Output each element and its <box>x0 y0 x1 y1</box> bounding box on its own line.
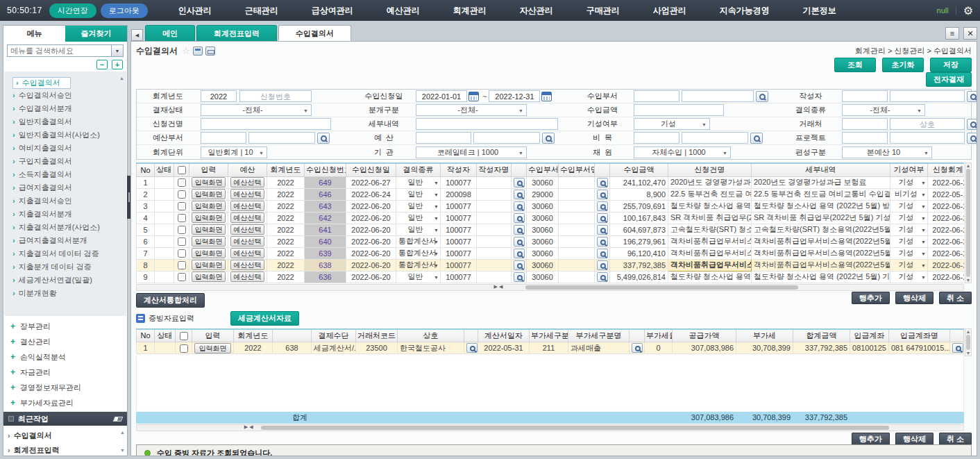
search-icon[interactable] <box>967 91 977 102</box>
income-row[interactable]: 5 입력화면 예산선택 2022 641 2022-06-20 일반▼ 1000… <box>137 224 965 235</box>
row-checkbox[interactable] <box>180 344 188 353</box>
favorite-star-icon[interactable]: ☆ <box>182 46 190 56</box>
income-row[interactable]: 1 입력화면 예산선택 2022 649 2022-06-27 일반▼ 1000… <box>137 176 965 188</box>
input-screen-button[interactable]: 입력화면 <box>192 177 226 187</box>
journal-type-select[interactable]: -전체-▼ <box>416 104 527 116</box>
budget-dept-code-input[interactable] <box>201 132 246 144</box>
menu-tree-item[interactable]: ›세금계산서연결(일괄) <box>12 274 117 287</box>
menu-group-item[interactable]: +손익실적분석 <box>10 349 127 365</box>
menu-group-item[interactable]: +자금관리 <box>10 365 127 380</box>
cell-type-dropdown[interactable]: 일반▼ <box>396 188 441 200</box>
row-checkbox[interactable] <box>178 237 186 246</box>
menu-group-item[interactable]: +장부관리 <box>10 319 127 334</box>
top-menu-item[interactable]: 급상여관리 <box>312 5 353 17</box>
income-row[interactable]: 6 입력화면 예산선택 2022 640 2022-06-20 통합계산서▼ 1… <box>137 235 965 247</box>
budget-select-button[interactable]: 예산선택 <box>230 224 264 235</box>
income-row[interactable]: 2 입력화면 예산선택 2022 646 2022-06-24 일반▼ 2000… <box>137 188 965 200</box>
income-dept-name-input[interactable] <box>682 90 754 102</box>
window-icon[interactable] <box>193 47 203 56</box>
tree-collapse-all-button[interactable]: − <box>96 60 108 69</box>
recent-scroll-down-icon[interactable]: ▼ <box>120 448 125 453</box>
search-icon[interactable] <box>542 133 555 144</box>
menu-group-item[interactable]: +결산관리 <box>10 334 127 349</box>
search-icon[interactable] <box>514 201 525 211</box>
budget-code-input[interactable] <box>416 132 471 144</box>
cell-type-dropdown[interactable]: 일반▼ <box>396 200 441 212</box>
cell-req-no[interactable]: 641 <box>305 224 346 235</box>
date-from-input[interactable] <box>416 90 467 102</box>
expense-item-code-input[interactable] <box>634 132 679 144</box>
cancel-button[interactable]: 취 소 <box>939 292 972 304</box>
date-to-input[interactable] <box>489 90 540 102</box>
budget-select-button[interactable]: 예산선택 <box>230 236 264 247</box>
top-menu-item[interactable]: 구매관리 <box>586 5 620 17</box>
menu-tree-item[interactable]: ›급여지출결의서 <box>12 181 117 194</box>
menu-tree-item[interactable]: ›지출결의서승인 <box>12 194 117 208</box>
search-icon[interactable] <box>597 249 608 258</box>
tree-scroll-up-icon[interactable]: ▲ <box>119 76 124 81</box>
top-menu-item[interactable]: 지속가능경영 <box>720 5 770 17</box>
input-screen-button[interactable]: 입력화면 <box>192 212 226 223</box>
search-icon[interactable] <box>597 237 608 247</box>
input-screen-button[interactable]: 입력화면 <box>192 201 226 211</box>
tab-scroll-left-icon[interactable]: ◀ <box>131 29 143 41</box>
row-checkbox[interactable] <box>178 202 186 210</box>
top-menu-item[interactable]: 사업관리 <box>653 5 686 17</box>
cell-completion-dropdown[interactable]: 기성▼ <box>890 200 928 212</box>
search-icon[interactable] <box>967 133 977 144</box>
search-icon[interactable] <box>514 178 525 187</box>
completion-select[interactable]: 기성▼ <box>634 118 710 130</box>
income-amount-input[interactable] <box>634 104 724 116</box>
cell-type-dropdown[interactable]: 일반▼ <box>396 224 441 235</box>
evidence-grid-vscrollbar[interactable]: ▲▼ <box>965 328 972 356</box>
menu-tree-item[interactable]: ›소득지출결의서 <box>12 168 117 181</box>
cell-completion-dropdown[interactable]: 기성▼ <box>890 235 928 247</box>
sidebar-tab-favorites[interactable]: 즐겨찾기 <box>65 26 127 42</box>
menu-tree-item[interactable]: ›급여지출결의서분개 <box>12 234 117 247</box>
save-button[interactable]: 저장 <box>930 58 972 72</box>
top-menu-item[interactable]: 회계관리 <box>453 5 487 17</box>
income-dept-code-input[interactable] <box>634 90 679 102</box>
calendar-icon[interactable] <box>468 92 479 101</box>
top-menu-item[interactable]: 기본정보 <box>803 5 836 17</box>
row-delete-button[interactable]: 행삭제 <box>895 433 933 445</box>
input-screen-button[interactable]: 입력화면 <box>194 343 231 353</box>
budget-select-button[interactable]: 예산선택 <box>230 272 264 282</box>
row-checkbox[interactable] <box>178 214 186 222</box>
extend-time-button[interactable]: 시간연장 <box>49 3 96 18</box>
query-button[interactable]: 조회 <box>834 58 876 72</box>
cell-req-no[interactable]: 642 <box>305 212 346 224</box>
agency-select[interactable]: 코레일테크 | 1000▼ <box>416 147 527 158</box>
acct-unit-select[interactable]: 일반회계 | 10▼ <box>201 147 267 158</box>
search-icon[interactable] <box>597 190 608 199</box>
input-screen-button[interactable]: 입력화면 <box>192 260 226 270</box>
project-code-input[interactable] <box>842 132 888 144</box>
menu-tree-item[interactable]: ›지출결의서분개 <box>12 208 117 221</box>
cell-completion-dropdown[interactable]: 기성▼ <box>890 176 928 188</box>
fiscal-year-input[interactable] <box>201 90 237 102</box>
menu-tree-item[interactable]: ›수입결의서승인 <box>12 89 117 102</box>
budget-select-button[interactable]: 예산선택 <box>230 201 264 211</box>
tab-list-icon[interactable]: ≡ <box>945 27 959 40</box>
menu-search-input[interactable] <box>8 45 111 56</box>
cell-title[interactable]: 객차비품취급업무서비스용역 <box>668 259 752 271</box>
gear-icon[interactable]: ⚙ <box>963 4 973 17</box>
recent-scroll-up-icon[interactable]: ▲ <box>120 430 125 435</box>
search-icon[interactable] <box>597 260 608 270</box>
search-icon[interactable] <box>597 272 608 282</box>
cell-req-no[interactable]: 638 <box>305 259 346 271</box>
menu-tree-item[interactable]: ›지출결의서 데이터 검증 <box>12 247 117 260</box>
income-row[interactable]: 3 입력화면 예산선택 2022 643 2022-06-20 일반▼ 1000… <box>137 200 965 212</box>
cell-type-dropdown[interactable]: 통합계산서▼ <box>396 247 441 259</box>
top-menu-item[interactable]: 근태관리 <box>245 5 278 17</box>
menu-tree-item[interactable]: ›여비지출결의서 <box>12 142 117 155</box>
cell-type-dropdown[interactable]: 일반▼ <box>396 212 441 224</box>
cell-type-dropdown[interactable]: 통합계산서▼ <box>396 259 441 271</box>
vendor-code-input[interactable] <box>842 118 888 130</box>
menu-tree-item[interactable]: ›지출분개 데이터 검증 <box>12 260 117 274</box>
cell-title[interactable]: 22.5 동부건축 전도금 여비... <box>668 188 752 200</box>
cell-title[interactable]: 철도차량 청소사업 용역 (2... <box>668 271 752 283</box>
cell-completion-dropdown[interactable]: 기성▼ <box>890 247 928 259</box>
tab-income-decision[interactable]: 수입결의서 <box>278 25 351 41</box>
tax-invoice-button[interactable]: 세금계산서자료 <box>230 311 299 326</box>
